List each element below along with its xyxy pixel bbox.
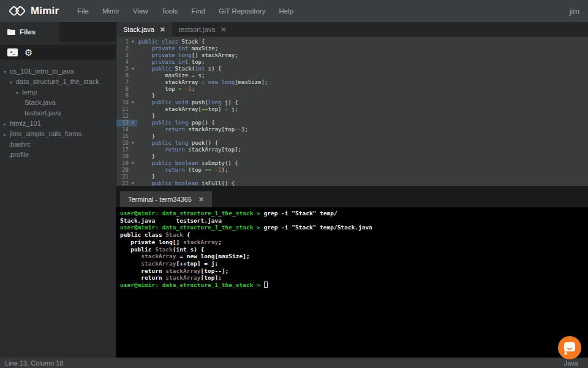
topbar: Mimir FileMimirViewToolsFindGiT Reposito… xyxy=(0,0,588,22)
line-number: 21 xyxy=(116,174,129,180)
menu-mimir[interactable]: Mimir xyxy=(102,7,119,15)
tree-item-stack-java[interactable]: Stack.java xyxy=(0,98,116,108)
close-icon[interactable]: ✕ xyxy=(198,196,204,204)
terminal-icon[interactable]: >_ xyxy=(7,48,18,56)
tree-item-jims-simple-rails-forms[interactable]: ▸jims_simple_rails_forms xyxy=(0,129,116,139)
file-tree: ▾cs_101_intro_to_java▾data_structure_1_t… xyxy=(0,66,116,160)
tab-files[interactable]: Files xyxy=(0,22,59,42)
fold-arrow-icon[interactable]: ▼ xyxy=(129,39,137,45)
chevron-right-icon[interactable]: ▸ xyxy=(4,129,10,140)
line-gutter[interactable]: 17 xyxy=(116,147,137,153)
fold-arrow-icon[interactable] xyxy=(129,106,137,113)
line-gutter[interactable]: 7 xyxy=(116,79,137,86)
line-gutter[interactable]: 10▼ xyxy=(116,99,137,106)
fold-arrow-icon[interactable] xyxy=(129,153,137,160)
sidebar-tabstrip: Files xyxy=(0,22,116,42)
menu-tools[interactable]: Tools xyxy=(162,7,178,15)
line-gutter[interactable]: 19▼ xyxy=(116,160,137,167)
user-menu[interactable]: jim xyxy=(569,7,579,16)
line-gutter[interactable]: 22▼ xyxy=(116,180,137,186)
tree-item-temp[interactable]: ▾temp xyxy=(0,87,116,98)
tree-item-htmlz-101[interactable]: ▸htmlz_101 xyxy=(0,118,116,129)
line-gutter[interactable]: 8 xyxy=(116,86,137,93)
line-gutter[interactable]: 18 xyxy=(116,153,137,160)
fold-arrow-icon[interactable] xyxy=(129,93,137,99)
fold-arrow-icon[interactable] xyxy=(129,72,137,79)
line-gutter[interactable]: 9 xyxy=(116,93,137,99)
fold-arrow-icon[interactable] xyxy=(129,174,137,180)
line-gutter[interactable]: 4 xyxy=(116,59,137,66)
fold-arrow-icon[interactable] xyxy=(129,167,137,174)
line-gutter[interactable]: 13▼ xyxy=(116,120,137,126)
terminal-line: return stackArray[top--]; xyxy=(120,267,588,275)
line-gutter[interactable]: 20 xyxy=(116,167,137,174)
fold-arrow-icon[interactable] xyxy=(129,52,137,59)
line-number: 11 xyxy=(116,106,129,113)
terminal-output[interactable]: user@mimir: data_structure_1_the_stack >… xyxy=(116,207,588,358)
tab-terminal[interactable]: Terminal - term34365 ✕ xyxy=(120,191,212,207)
line-gutter[interactable]: 12 xyxy=(116,113,137,120)
code-editor[interactable]: 1▼public class Stack {2 private int maxS… xyxy=(116,37,588,186)
code-line: 13▼ public long pop() { xyxy=(116,120,588,126)
code-line: 14 return stackArray[top--]; xyxy=(116,126,588,133)
tree-item-label: cs_101_intro_to_java xyxy=(10,67,74,75)
fold-arrow-icon[interactable]: ▼ xyxy=(129,180,137,186)
tree-item-profile[interactable]: .profile xyxy=(0,150,116,160)
code-line: 4 private int top; xyxy=(116,59,588,66)
line-gutter[interactable]: 11 xyxy=(116,106,137,113)
line-gutter[interactable]: 15 xyxy=(116,133,137,140)
fold-arrow-icon[interactable]: ▼ xyxy=(129,66,137,72)
line-gutter[interactable]: 16▼ xyxy=(116,140,137,147)
sidebar-toolbar: >_ ⚙ xyxy=(0,45,116,59)
fold-arrow-icon[interactable]: ▼ xyxy=(129,99,137,106)
menu-help[interactable]: Help xyxy=(279,7,293,15)
code-line: 22▼ public boolean isFull() { xyxy=(116,180,588,186)
tree-item-data-structure-1-the-stack[interactable]: ▾data_structure_1_the_stack xyxy=(0,77,116,87)
fold-arrow-icon[interactable] xyxy=(129,133,137,140)
line-gutter[interactable]: 6 xyxy=(116,72,137,79)
chevron-right-icon[interactable]: ▸ xyxy=(4,119,10,129)
code-text: stackArray = new long[maxSize]; xyxy=(138,79,268,86)
terminal-line: return stackArray[top]; xyxy=(120,274,588,282)
line-number: 6 xyxy=(116,72,129,79)
brand-title: Mimir xyxy=(31,5,59,17)
fold-arrow-icon[interactable] xyxy=(129,147,137,153)
close-icon[interactable]: ✕ xyxy=(221,26,226,34)
tree-item-testsort-java[interactable]: testsort.java xyxy=(0,108,116,118)
line-gutter[interactable]: 21 xyxy=(116,174,137,180)
fold-arrow-icon[interactable] xyxy=(129,59,137,66)
line-gutter[interactable]: 1▼ xyxy=(116,39,137,45)
chevron-down-icon[interactable]: ▾ xyxy=(16,88,22,98)
code-text: return stackArray[top--]; xyxy=(138,126,248,133)
tab-testsort-java[interactable]: testsort.java✕ xyxy=(172,22,233,37)
tree-item-bashrc[interactable]: .bashrc xyxy=(0,139,116,150)
menu-find[interactable]: Find xyxy=(192,7,205,15)
fold-arrow-icon[interactable]: ▼ xyxy=(129,160,137,167)
chat-button[interactable] xyxy=(558,336,581,359)
fold-arrow-icon[interactable]: ▼ xyxy=(129,120,137,126)
menu-git-repository[interactable]: GiT Repository xyxy=(219,7,265,15)
fold-arrow-icon[interactable] xyxy=(129,126,137,133)
close-icon[interactable]: ✕ xyxy=(160,26,165,34)
terminal-line: user@mimir: data_structure_1_the_stack >… xyxy=(120,210,588,217)
code-text: public class Stack { xyxy=(138,39,205,45)
fold-arrow-icon[interactable] xyxy=(129,113,137,120)
fold-arrow-icon[interactable]: ▼ xyxy=(129,140,137,147)
main-pane: Stack.java✕testsort.java✕ 1▼public class… xyxy=(116,22,588,358)
line-gutter[interactable]: 2 xyxy=(116,45,137,52)
chevron-down-icon[interactable]: ▾ xyxy=(10,77,16,88)
code-text: public Stack(int s) { xyxy=(138,66,222,72)
line-gutter[interactable]: 5▼ xyxy=(116,66,137,72)
line-gutter[interactable]: 3 xyxy=(116,52,137,59)
tab-stack-java[interactable]: Stack.java✕ xyxy=(116,22,172,37)
menu-file[interactable]: File xyxy=(77,7,89,15)
line-gutter[interactable]: 14 xyxy=(116,126,137,133)
fold-arrow-icon[interactable] xyxy=(129,79,137,86)
tree-item-cs-101-intro-to-java[interactable]: ▾cs_101_intro_to_java xyxy=(0,66,116,77)
chevron-down-icon[interactable]: ▾ xyxy=(4,67,10,77)
menu-view[interactable]: View xyxy=(133,7,148,15)
gear-icon[interactable]: ⚙ xyxy=(24,48,32,57)
fold-arrow-icon[interactable] xyxy=(129,45,137,52)
code-text: return (top == -1); xyxy=(138,167,228,174)
fold-arrow-icon[interactable] xyxy=(129,86,137,93)
